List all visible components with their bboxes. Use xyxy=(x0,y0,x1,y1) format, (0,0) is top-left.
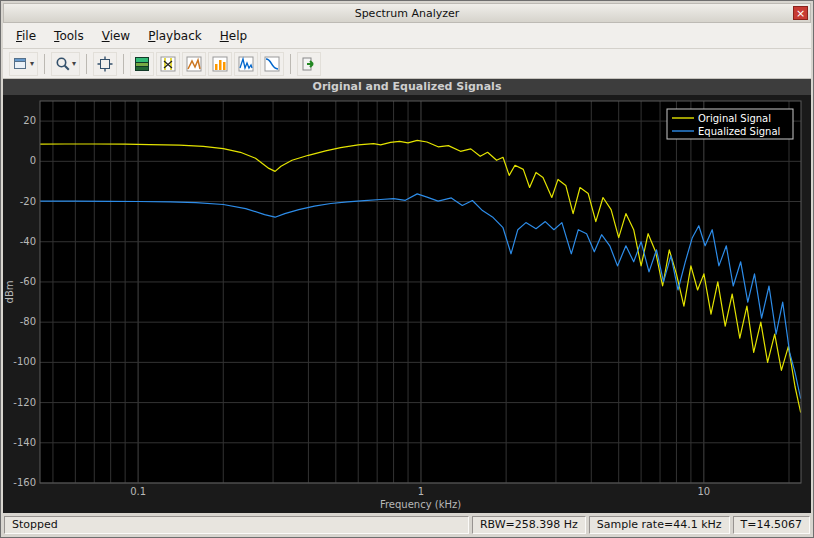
menu-view-accel: V xyxy=(102,29,110,43)
plot-title: Original and Equalized Signals xyxy=(3,79,811,95)
step-forward-icon xyxy=(301,56,317,72)
cursor-measurements-icon xyxy=(160,56,176,72)
dropdown-arrow-icon: ▾ xyxy=(72,59,76,68)
legend[interactable]: Original SignalEqualized Signal xyxy=(667,109,793,139)
dropdown-arrow-icon: ▾ xyxy=(30,59,34,68)
x-tick-label: 0.1 xyxy=(130,486,146,497)
menu-file[interactable]: File xyxy=(7,25,45,47)
toolbar-separator xyxy=(290,54,291,74)
scope-configuration-icon xyxy=(13,56,29,72)
menu-file-label: ile xyxy=(22,29,36,43)
menu-view[interactable]: View xyxy=(93,25,139,47)
toolbar: ▾ ▾ xyxy=(3,49,811,79)
y-tick-label: -60 xyxy=(20,276,36,287)
peak-finder-button[interactable] xyxy=(182,52,206,76)
app-window: Spectrum Analyzer × File Tools View Play… xyxy=(0,0,814,538)
toolbar-separator xyxy=(86,54,87,74)
zoom-button[interactable]: ▾ xyxy=(51,52,80,76)
close-button[interactable]: × xyxy=(793,6,808,20)
status-sample-rate: Sample rate=44.1 kHz xyxy=(589,516,730,534)
menu-tools[interactable]: Tools xyxy=(45,25,93,47)
y-tick-label: -100 xyxy=(13,356,36,367)
y-tick-label: -120 xyxy=(13,397,36,408)
y-tick-label: 20 xyxy=(23,115,36,126)
distortion-measurements-button[interactable] xyxy=(234,52,258,76)
menu-help[interactable]: Help xyxy=(211,25,256,47)
status-rbw: RBW=258.398 Hz xyxy=(472,516,586,534)
y-tick-label: -80 xyxy=(20,316,36,327)
step-forward-button[interactable] xyxy=(297,52,321,76)
cursor-measurements-button[interactable] xyxy=(156,52,180,76)
y-tick-label: -160 xyxy=(13,477,36,488)
menu-help-label: elp xyxy=(229,29,247,43)
title-bar[interactable]: Spectrum Analyzer × xyxy=(3,3,811,23)
menu-bar: File Tools View Playback Help xyxy=(3,23,811,49)
x-axis-label: Frequency (kHz) xyxy=(380,499,461,510)
legend-label: Equalized Signal xyxy=(698,126,780,137)
window-title: Spectrum Analyzer xyxy=(4,7,810,20)
y-tick-label: 0 xyxy=(30,155,36,166)
fit-to-view-icon xyxy=(97,56,113,72)
spectrogram-button[interactable] xyxy=(130,52,154,76)
y-tick-label: -140 xyxy=(13,437,36,448)
fit-to-view-button[interactable] xyxy=(93,52,117,76)
spectrum-plot[interactable]: 200-20-40-60-80-100-120-140-1600.1110Fre… xyxy=(3,95,811,513)
menu-view-label: iew xyxy=(110,29,131,43)
x-tick-label: 10 xyxy=(697,486,710,497)
y-tick-label: -40 xyxy=(20,236,36,247)
peak-finder-icon xyxy=(186,56,202,72)
y-tick-label: -20 xyxy=(20,196,36,207)
ccdf-measurements-icon xyxy=(264,56,280,72)
distortion-measurements-icon xyxy=(238,56,254,72)
toolbar-separator xyxy=(123,54,124,74)
status-bar: Stopped RBW=258.398 Hz Sample rate=44.1 … xyxy=(3,513,811,535)
zoom-icon xyxy=(55,56,71,72)
y-axis-label: dBm xyxy=(4,281,15,304)
spectrogram-icon xyxy=(134,56,150,72)
channel-measurements-icon xyxy=(212,56,228,72)
x-tick-label: 1 xyxy=(418,486,424,497)
channel-measurements-button[interactable] xyxy=(208,52,232,76)
menu-playback[interactable]: Playback xyxy=(139,25,211,47)
status-message: Stopped xyxy=(4,516,469,534)
menu-playback-label: layback xyxy=(155,29,201,43)
spectrum-display[interactable]: Original and Equalized Signals 200-20-40… xyxy=(3,79,811,513)
ccdf-measurements-button[interactable] xyxy=(260,52,284,76)
legend-label: Original Signal xyxy=(698,113,771,124)
menu-tools-label: ools xyxy=(59,29,83,43)
scope-configuration-button[interactable]: ▾ xyxy=(9,52,38,76)
toolbar-separator xyxy=(44,54,45,74)
menu-help-accel: H xyxy=(220,29,229,43)
status-time: T=14.5067 xyxy=(733,516,810,534)
